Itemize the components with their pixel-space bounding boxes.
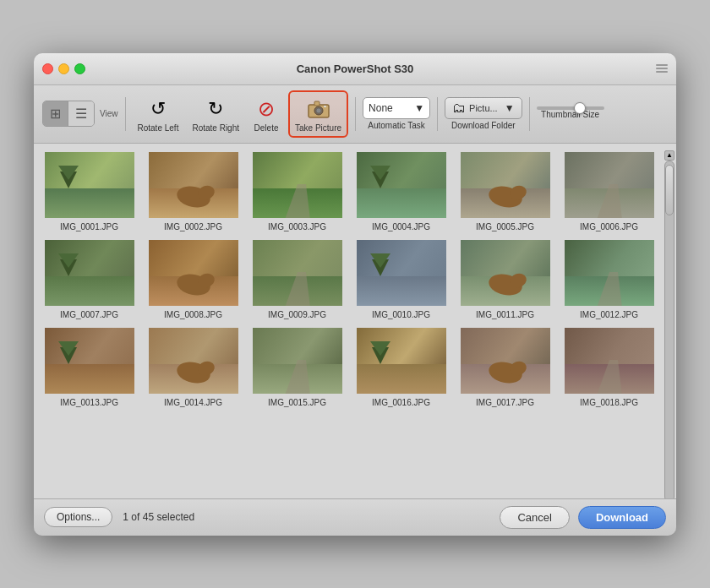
- photo-item[interactable]: IMG_0003.JPG: [248, 150, 346, 231]
- photo-label: IMG_0004.JPG: [372, 222, 430, 231]
- download-folder-group: 🗂 Pictu... ▼ Download Folder: [445, 97, 522, 130]
- folder-dropdown-arrow-icon: ▼: [505, 102, 515, 114]
- photo-item[interactable]: IMG_0015.JPG: [248, 326, 346, 407]
- photo-label: IMG_0014.JPG: [164, 398, 222, 407]
- separator-4: [529, 97, 530, 131]
- photo-item[interactable]: IMG_0010.JPG: [352, 238, 450, 319]
- main-window: Canon PowerShot S30 ⊞ ☰ View ↺ Rotate Le…: [34, 53, 676, 536]
- photo-label: IMG_0001.JPG: [60, 222, 118, 231]
- photo-item[interactable]: IMG_0006.JPG: [560, 150, 658, 231]
- scrollbar[interactable]: ▲ ▼: [664, 150, 674, 492]
- titlebar: Canon PowerShot S30: [34, 53, 676, 85]
- footer-right: Cancel Download: [500, 506, 666, 529]
- selected-count: 1 of 45 selected: [123, 511, 194, 523]
- dropdown-arrow-icon: ▼: [414, 102, 424, 114]
- svg-rect-3: [314, 101, 320, 106]
- resize-indicator: [656, 64, 668, 73]
- footer-left: Options... 1 of 45 selected: [44, 507, 194, 527]
- content-area: IMG_0001.JPGIMG_0002.JPGIMG_0003.JPGIMG_…: [34, 144, 676, 498]
- camera-icon: [305, 95, 332, 122]
- photo-label: IMG_0003.JPG: [268, 222, 326, 231]
- delete-button[interactable]: ⊘ Delete: [248, 92, 285, 136]
- svg-point-2: [316, 108, 321, 113]
- scroll-up-arrow[interactable]: ▲: [664, 150, 674, 161]
- folder-icon: 🗂: [452, 101, 466, 116]
- toolbar: ⊞ ☰ View ↺ Rotate Left ↻ Rotate Right ⊘ …: [34, 85, 676, 144]
- photo-label: IMG_0016.JPG: [372, 398, 430, 407]
- photo-label: IMG_0015.JPG: [268, 398, 326, 407]
- photo-item[interactable]: IMG_0001.JPG: [41, 150, 138, 231]
- thumbnail-size-thumb[interactable]: [574, 102, 586, 114]
- maximize-button[interactable]: [74, 63, 85, 74]
- photo-label: IMG_0002.JPG: [164, 222, 222, 231]
- photo-label: IMG_0017.JPG: [476, 398, 534, 407]
- separator-3: [437, 97, 438, 131]
- scrollbar-track[interactable]: [664, 161, 674, 498]
- photo-label: IMG_0012.JPG: [580, 310, 638, 319]
- photo-label: IMG_0018.JPG: [580, 398, 638, 407]
- window-title: Canon PowerShot S30: [297, 63, 414, 75]
- photo-item[interactable]: IMG_0005.JPG: [456, 150, 554, 231]
- download-folder-label: Download Folder: [451, 121, 516, 130]
- thumbnail-size-group: Thumbnail Size: [537, 106, 604, 121]
- photo-item[interactable]: IMG_0018.JPG: [560, 326, 658, 407]
- automatic-task-group: None ▼ Automatic Task: [363, 97, 430, 130]
- photo-label: IMG_0013.JPG: [60, 398, 118, 407]
- photo-label: IMG_0006.JPG: [580, 222, 638, 231]
- photo-item[interactable]: IMG_0002.JPG: [145, 150, 242, 231]
- photo-item[interactable]: IMG_0012.JPG: [560, 238, 658, 319]
- photo-label: IMG_0008.JPG: [164, 310, 222, 319]
- photo-item[interactable]: IMG_0009.JPG: [248, 238, 346, 319]
- rotate-right-icon: ↻: [202, 95, 229, 122]
- photo-label: IMG_0011.JPG: [476, 310, 534, 319]
- photo-label: IMG_0005.JPG: [476, 222, 534, 231]
- automatic-task-label: Automatic Task: [368, 121, 425, 130]
- minimize-button[interactable]: [58, 63, 69, 74]
- photo-label: IMG_0009.JPG: [268, 310, 326, 319]
- svg-rect-4: [324, 106, 326, 107]
- photo-item[interactable]: IMG_0008.JPG: [145, 238, 242, 319]
- photo-item[interactable]: IMG_0007.JPG: [41, 238, 138, 319]
- photo-item[interactable]: IMG_0014.JPG: [145, 326, 242, 407]
- download-button[interactable]: Download: [578, 506, 666, 529]
- options-button[interactable]: Options...: [44, 507, 112, 527]
- close-button[interactable]: [42, 63, 53, 74]
- separator-2: [355, 97, 356, 131]
- cancel-button[interactable]: Cancel: [500, 506, 569, 529]
- photo-item[interactable]: IMG_0017.JPG: [456, 326, 554, 407]
- view-label: View: [100, 109, 118, 118]
- photo-item[interactable]: IMG_0016.JPG: [352, 326, 450, 407]
- photo-item[interactable]: IMG_0004.JPG: [352, 150, 450, 231]
- grid-view-button[interactable]: ⊞: [43, 101, 68, 126]
- scrollbar-thumb[interactable]: [665, 165, 674, 215]
- view-toggle-group: ⊞ ☰: [42, 101, 95, 127]
- rotate-left-button[interactable]: ↺ Rotate Left: [133, 92, 184, 136]
- rotate-right-button[interactable]: ↻ Rotate Right: [187, 92, 244, 136]
- separator-1: [125, 97, 126, 131]
- list-view-button[interactable]: ☰: [68, 101, 94, 126]
- delete-icon: ⊘: [253, 95, 280, 122]
- photo-label: IMG_0010.JPG: [372, 310, 430, 319]
- thumbnail-size-track[interactable]: [537, 106, 604, 110]
- photo-item[interactable]: IMG_0013.JPG: [41, 326, 138, 407]
- take-picture-button[interactable]: Take Picture: [288, 90, 348, 138]
- download-folder-button[interactable]: 🗂 Pictu... ▼: [445, 97, 522, 119]
- rotate-left-icon: ↺: [145, 95, 172, 122]
- footer: Options... 1 of 45 selected Cancel Downl…: [34, 498, 676, 536]
- automatic-task-dropdown[interactable]: None ▼: [363, 97, 430, 119]
- photo-grid: IMG_0001.JPGIMG_0002.JPGIMG_0003.JPGIMG_…: [41, 150, 669, 407]
- traffic-lights: [42, 63, 85, 74]
- photo-label: IMG_0007.JPG: [60, 310, 118, 319]
- photo-item[interactable]: IMG_0011.JPG: [456, 238, 554, 319]
